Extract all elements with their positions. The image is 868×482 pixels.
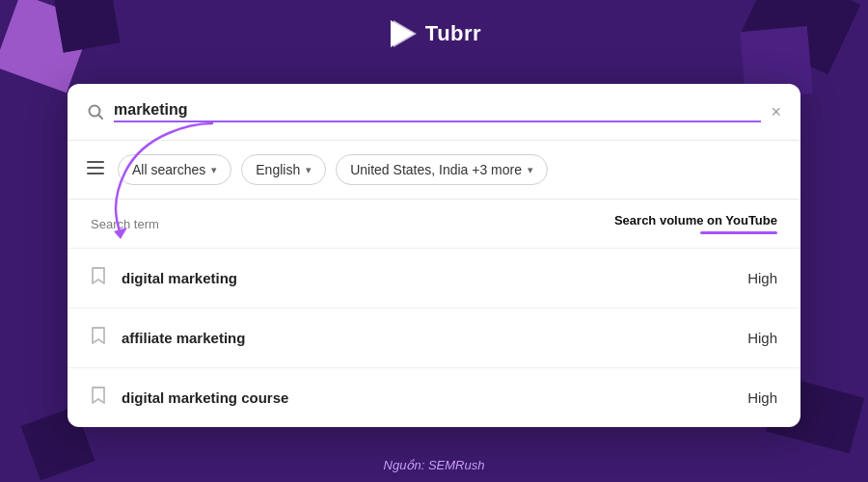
row-term: digital marketing course: [122, 389, 288, 406]
row-volume: High: [747, 330, 777, 346]
svg-marker-7: [114, 228, 127, 239]
column-volume: Search volume on YouTube: [614, 213, 777, 234]
logo: Tubrr: [387, 18, 481, 49]
bookmark-icon[interactable]: [91, 326, 106, 350]
table-row: digital marketing High: [68, 248, 800, 308]
filter-language-label: English: [256, 162, 300, 177]
row-left: digital marketing: [91, 266, 237, 290]
table-body: digital marketing High affiliate marketi…: [68, 248, 800, 427]
row-term: affiliate marketing: [122, 330, 245, 346]
filter-language-button[interactable]: English ▾: [241, 154, 326, 185]
table-row: digital marketing course High: [68, 367, 800, 427]
row-left: digital marketing course: [91, 386, 288, 410]
chevron-down-icon: ▾: [528, 164, 533, 176]
filter-country-button[interactable]: United States, India +3 more ▾: [336, 154, 548, 185]
filter-country-label: United States, India +3 more: [350, 162, 522, 177]
column-volume-label: Search volume on YouTube: [614, 213, 777, 228]
bookmark-icon[interactable]: [91, 386, 106, 410]
svg-marker-1: [393, 20, 417, 47]
bookmark-icon[interactable]: [91, 266, 106, 290]
logo-text: Tubrr: [425, 21, 481, 46]
row-left: affiliate marketing: [91, 326, 245, 350]
row-volume: High: [747, 270, 777, 286]
table-row: affiliate marketing High: [68, 308, 800, 367]
row-volume: High: [747, 389, 777, 406]
row-term: digital marketing: [122, 270, 237, 286]
chevron-down-icon: ▾: [306, 164, 312, 176]
header: Tubrr: [0, 0, 868, 67]
source-text: Nguồn: SEMRush: [384, 458, 485, 472]
arrow-annotation: [58, 114, 231, 243]
column-volume-bar: [700, 231, 777, 234]
logo-icon: [387, 18, 418, 49]
search-clear-button[interactable]: ×: [771, 102, 781, 122]
